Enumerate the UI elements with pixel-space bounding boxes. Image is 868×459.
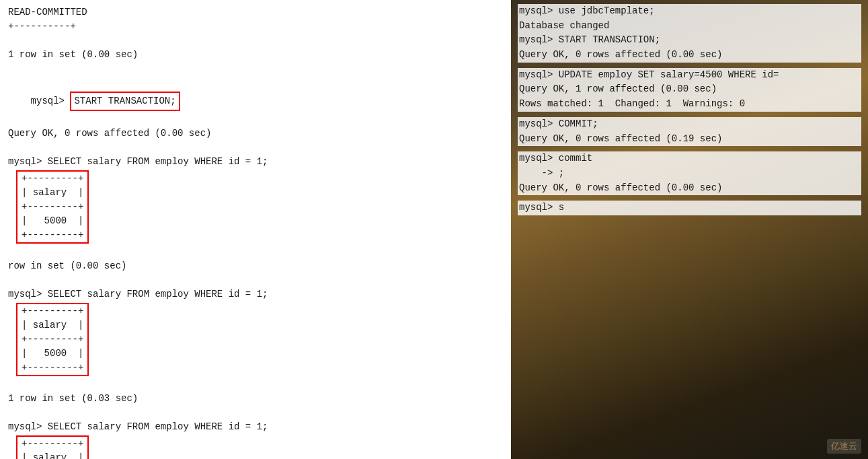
table1-sep-mid: +---------+ [17, 200, 87, 214]
line-read-committed: READ-COMMITTED [8, 5, 503, 20]
watermark: 亿速云 [827, 439, 861, 454]
table2-sep-mid: +---------+ [17, 332, 87, 347]
table1-header: | salary | [17, 186, 87, 200]
r-line-11: -> ; [518, 166, 861, 181]
r-line-2: Database changed [518, 19, 861, 34]
table3-header: | salary | [17, 451, 87, 459]
line-rowset2: row in set (0.00 sec) [8, 259, 503, 273]
table2-header: | salary | [17, 318, 87, 332]
table3-sep-top: +---------+ [17, 437, 87, 451]
r-line-7: Rows matched: 1 Changed: 1 Warnings: 0 [518, 97, 861, 112]
table2-val: | 5000 | [17, 347, 87, 361]
line-empty5 [8, 273, 503, 287]
table2-sep-bot: +---------+ [17, 361, 87, 375]
table3-box: +---------+ | salary | +---------+ | 450… [16, 435, 89, 459]
table1-sep-top: +---------+ [17, 172, 87, 186]
line-empty6 [8, 378, 503, 392]
line-select2: mysql> SELECT salary FROM employ WHERE i… [8, 287, 503, 302]
r-line-10: mysql> commit [518, 151, 861, 166]
r-line-4: Query OK, 0 rows affected (0.00 sec) [518, 48, 861, 63]
line-rowset3: 1 row in set (0.03 sec) [8, 392, 503, 406]
r-line-6: Query OK, 1 row affected (0.00 sec) [518, 82, 861, 97]
r-line-8: mysql> COMMIT; [518, 117, 861, 132]
line-rowset1: 1 row in set (0.00 sec) [8, 48, 503, 62]
r-line-5: mysql> UPDATE employ SET salary=4500 WHE… [518, 68, 861, 83]
r-line-blank4 [518, 195, 861, 201]
table1-val: | 5000 | [17, 214, 87, 228]
line-select3: mysql> SELECT salary FROM employ WHERE i… [8, 420, 503, 434]
right-panel: mysql> use jdbcTemplate; Database change… [511, 0, 868, 459]
line-mysql-start: mysql> START TRANSACTION; [8, 76, 503, 127]
table1-sep-bot: +---------+ [17, 228, 87, 242]
r-line-1: mysql> use jdbcTemplate; [518, 4, 861, 19]
r-line-3: mysql> START TRANSACTION; [518, 33, 861, 48]
mysql-prompt: mysql> [31, 96, 71, 106]
line-empty1 [8, 34, 503, 48]
line-sep1: +----------+ [8, 20, 503, 34]
line-empty4 [8, 245, 503, 259]
line-select1: mysql> SELECT salary FROM employ WHERE i… [8, 155, 503, 169]
right-terminal: mysql> use jdbcTemplate; Database change… [511, 0, 868, 219]
r-line-blank3 [518, 146, 861, 151]
table2-sep-top: +---------+ [17, 304, 87, 318]
line-query-ok1: Query OK, 0 rows affected (0.00 sec) [8, 127, 503, 141]
r-line-13: mysql> s [518, 201, 861, 215]
start-transaction-box: START TRANSACTION; [70, 92, 180, 111]
left-terminal: READ-COMMITTED +----------+ 1 row in set… [0, 0, 511, 459]
table1-box: +---------+ | salary | +---------+ | 500… [16, 170, 89, 244]
r-line-12: Query OK, 0 rows affected (0.00 sec) [518, 181, 861, 196]
line-empty3 [8, 141, 503, 155]
r-line-9: Query OK, 0 rows affected (0.19 sec) [518, 132, 861, 147]
table2-box: +---------+ | salary | +---------+ | 500… [16, 303, 89, 376]
r-line-blank2 [518, 112, 861, 117]
r-line-blank1 [518, 63, 861, 68]
line-empty7 [8, 406, 503, 420]
line-empty2 [8, 62, 503, 76]
